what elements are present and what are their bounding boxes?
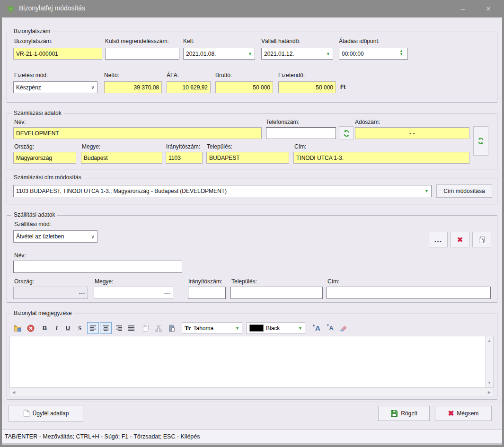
vallalt-hatarido-datepicker[interactable]: 2021.01.12. ▼ [261,48,333,60]
clear-icon [27,324,35,332]
shipping-telepules-input[interactable] [230,287,323,299]
align-center-icon [103,325,109,331]
billing-iranyitoszam-input[interactable] [166,152,203,164]
open-note-button[interactable] [11,322,23,334]
paste-button[interactable] [166,322,177,334]
refresh-icon [343,130,350,137]
adoszam-label: Adószám: [355,119,380,125]
billing-telepules-label: Település: [207,143,232,150]
align-left-button[interactable] [87,322,99,334]
billing-address-select[interactable]: 1103 BUDAPEST, TINÓDI UTCA 1-3.; Magyaro… [13,185,432,197]
billing-iranyitoszam-label: Irányítószám: [166,143,200,150]
group-title: Bizonylat megjegyzése [11,310,74,316]
scroll-right-icon[interactable]: ▶ [488,390,491,394]
megsem-button[interactable]: ✖ Mégsem [435,406,492,421]
window-title: Bizonylatfej módosítás [19,4,85,12]
group-title: Szállítási adatok [11,211,57,218]
shipping-lookup-button[interactable]: ... [429,232,448,247]
align-center-button[interactable] [100,322,112,334]
shipping-iranyitoszam-input[interactable] [188,287,226,299]
brutto-input[interactable] [215,81,273,93]
szallitasi-mod-label: Szállítási mód: [14,221,51,228]
cim-modositasa-button[interactable]: Cím módosítása [436,184,492,198]
afa-input[interactable] [167,81,211,93]
shipping-delete-button[interactable]: ✖ [451,232,469,247]
brutto-label: Bruttó: [215,72,232,79]
kulso-megrendelesszam-input[interactable] [105,48,179,60]
chevron-down-icon: ∨ [91,234,95,240]
scroll-up-icon[interactable]: ▲ [487,339,491,343]
billing-megye-label: Megye: [82,143,100,150]
billing-telepules-input[interactable] [206,152,289,164]
clear-note-button[interactable] [25,322,36,334]
group-title: Számlázási adatok [11,110,64,116]
currency-label: Ft [340,84,345,90]
font-color-select[interactable]: Black ▼ [247,322,305,334]
color-swatch [249,324,264,332]
cut-button[interactable] [152,322,164,334]
netto-input[interactable] [104,81,162,93]
note-textarea[interactable]: ▲ ▼ [9,336,494,388]
atadasi-idopont-spinner[interactable]: 00:00:00 [339,48,408,60]
telefonszam-input[interactable] [266,127,336,139]
shipping-copy-button[interactable] [472,232,491,247]
dialog-window: Bizonylatfej módosítás – × Bizonylatszám… [0,0,504,447]
billing-refresh-button[interactable] [473,126,488,156]
adoszam-input[interactable] [355,127,469,139]
open-icon [14,324,21,332]
close-button[interactable]: × [477,0,500,18]
status-text: TAB/ENTER - Mezőváltás; CTRL+H - Súgó; F… [5,433,200,440]
minimize-button[interactable]: – [451,0,475,18]
justify-icon [128,325,135,331]
bizonylatszam-input[interactable] [13,48,102,60]
bold-button[interactable]: B [39,322,51,334]
scroll-left-icon[interactable]: ◀ [12,390,15,394]
chevron-down-icon: ▼ [326,52,330,56]
underline-button[interactable]: U [62,322,74,334]
justify-button[interactable] [125,322,137,334]
eraser-button[interactable] [337,322,349,334]
shipping-nev-input[interactable] [13,261,182,273]
ugyfel-adatlap-button[interactable]: Ügyfél adatlap [9,405,83,422]
rogzit-button[interactable]: Rögzít [378,406,430,421]
italic-button[interactable]: I [51,322,62,334]
kulso-megrendelesszam-label: Külső megrendelésszám: [105,38,169,44]
caret-up-icon: ▲ [312,323,316,327]
copy-text-button[interactable] [140,322,151,334]
decrease-font-button[interactable]: ▼A [324,322,336,334]
shipping-megye-label: Megye: [95,278,113,285]
telefon-refresh-button[interactable] [339,126,354,140]
scroll-down-icon[interactable]: ▼ [487,381,491,385]
kelt-datepicker[interactable]: 2021.01.08. ▼ [183,48,255,60]
font-icon: Tr [185,324,191,332]
time-spinner-arrows[interactable]: ▲▼ [399,49,403,56]
horizontal-scrollbar[interactable]: ◀ ▶ [9,388,494,396]
fizetendo-input[interactable] [278,81,336,93]
strikethrough-button[interactable]: S [74,322,86,334]
vertical-scrollbar[interactable]: ▲ ▼ [485,336,493,387]
font-family-select[interactable]: Tr Tahoma ▼ [182,322,242,334]
billing-nev-input[interactable] [13,127,262,139]
billing-orszag-input[interactable] [13,152,76,164]
billing-megye-input[interactable] [81,152,162,164]
group-title: Számlázási cím módosítás [11,174,84,181]
szallitasi-mod-select[interactable]: Átvétel az üzletben ∨ [13,230,97,243]
spin-down-icon[interactable]: ▼ [399,53,403,56]
chevron-down-icon: ▼ [424,189,429,193]
shipping-orszag-input[interactable]: ... [13,287,88,299]
paste-icon [168,324,176,332]
bizonylatszam-label: Bizonylatszám: [14,38,53,44]
align-right-icon [116,325,123,331]
telefonszam-label: Telefonszám: [266,119,300,125]
shipping-iranyitoszam-label: Irányítószám: [188,278,222,285]
billing-cim-input[interactable] [293,152,469,164]
increase-font-button[interactable]: ▲A [310,322,322,334]
align-right-button[interactable] [113,322,125,334]
fizetesi-mod-select[interactable]: Készpénz ∨ [13,81,97,93]
billing-cim-label: Cím: [294,143,306,150]
ellipsis-icon[interactable]: ... [164,289,170,296]
shipping-megye-input[interactable]: ... [94,287,173,299]
refresh-icon [477,137,485,145]
ellipsis-icon[interactable]: ... [79,289,85,296]
shipping-cim-input[interactable] [327,287,491,299]
